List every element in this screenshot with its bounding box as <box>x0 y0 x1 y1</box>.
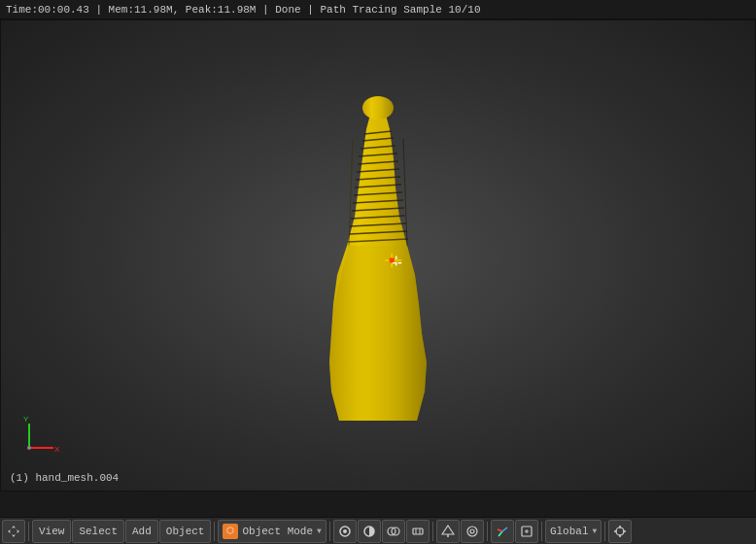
move-tool-button[interactable] <box>2 520 25 543</box>
mode-label: Object Mode <box>242 526 313 537</box>
bottom-toolbar: View Select Add Object ⬡ Object Mode ▼ <box>0 517 756 544</box>
global-label: Global <box>550 526 589 537</box>
svg-marker-35 <box>8 529 19 533</box>
svg-marker-19 <box>329 246 427 421</box>
svg-rect-41 <box>413 528 423 534</box>
separator-1 <box>28 522 29 541</box>
mode-arrow-icon: ▼ <box>317 527 322 535</box>
viewport-shading-button[interactable] <box>358 520 381 543</box>
svg-point-20 <box>389 258 394 263</box>
svg-point-33 <box>27 446 31 450</box>
separator-7 <box>604 522 605 541</box>
3d-viewport[interactable]: X Y (1) hand_mesh.004 <box>0 19 756 492</box>
proportional-edit-button[interactable] <box>461 520 484 543</box>
overlay-button[interactable] <box>382 520 405 543</box>
axis-indicator: X Y <box>19 414 68 462</box>
svg-line-50 <box>498 529 502 531</box>
view-camera-button[interactable] <box>333 520 357 543</box>
extra-options-button[interactable] <box>608 520 632 543</box>
top-info-bar: Time:00:00.43 | Mem:11.98M, Peak:11.98M … <box>0 0 756 19</box>
separator-3 <box>329 522 330 541</box>
snap-button[interactable] <box>436 520 460 543</box>
svg-point-47 <box>470 529 474 533</box>
object-name-label: (1) hand_mesh.004 <box>10 472 119 484</box>
select-menu-button[interactable]: Select <box>72 520 124 543</box>
svg-marker-34 <box>12 526 16 537</box>
separator-6 <box>541 522 542 541</box>
global-select-dropdown[interactable]: Global ▼ <box>545 520 601 543</box>
svg-point-54 <box>616 527 624 535</box>
add-menu-button[interactable]: Add <box>125 520 158 543</box>
mode-icon: ⬡ <box>223 524 238 539</box>
mode-select-dropdown[interactable]: ⬡ Object Mode ▼ <box>218 520 326 543</box>
svg-text:X: X <box>54 445 60 454</box>
transform-gizmo-button[interactable] <box>491 520 514 543</box>
global-arrow-icon: ▼ <box>592 527 597 535</box>
svg-marker-44 <box>442 526 454 534</box>
separator-4 <box>432 522 433 541</box>
svg-point-1 <box>362 96 394 119</box>
svg-point-37 <box>343 529 347 533</box>
svg-line-48 <box>502 527 507 531</box>
separator-2 <box>214 522 215 541</box>
crosshair-indicator <box>384 251 403 270</box>
svg-line-18 <box>403 139 407 246</box>
finger-mesh <box>310 90 446 421</box>
view-menu-button[interactable]: View <box>32 520 71 543</box>
svg-text:Y: Y <box>23 415 29 424</box>
transform-options-button[interactable] <box>515 520 538 543</box>
xray-button[interactable] <box>406 520 430 543</box>
svg-line-49 <box>498 531 502 536</box>
object-menu-button[interactable]: Object <box>159 520 212 543</box>
separator-5 <box>487 522 488 541</box>
render-info-text: Time:00:00.43 | Mem:11.98M, Peak:11.98M … <box>6 4 480 16</box>
svg-point-46 <box>467 527 477 536</box>
